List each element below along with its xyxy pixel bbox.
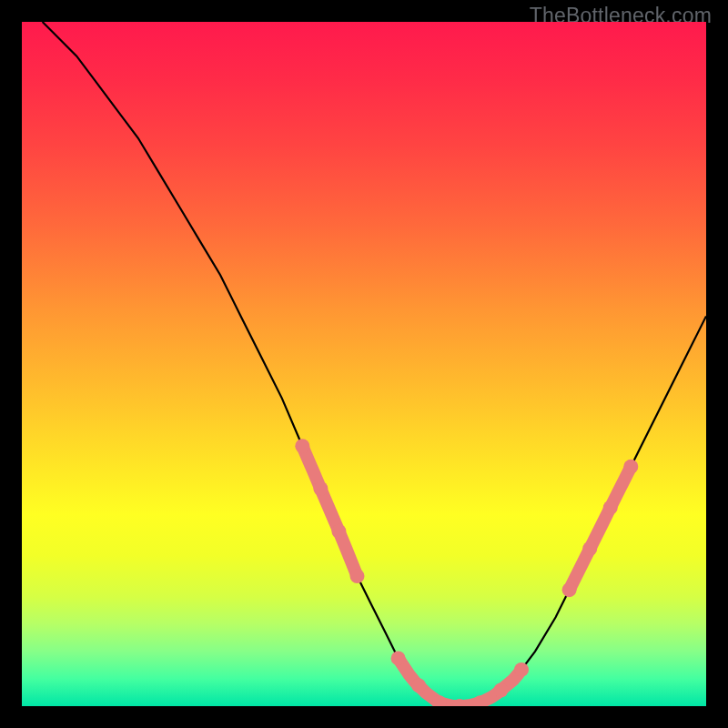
- highlight-dot: [331, 524, 346, 539]
- plot-area: [22, 22, 706, 706]
- highlight-dot: [514, 662, 529, 677]
- highlight-dot: [603, 500, 618, 515]
- highlight-seg-3: [570, 470, 630, 590]
- curve-svg: [22, 22, 706, 706]
- highlight-dot: [295, 439, 309, 453]
- highlight-dot: [623, 460, 638, 474]
- highlight-dot: [411, 678, 426, 693]
- highlight-dot: [313, 481, 328, 496]
- highlight-seg-1: [302, 446, 357, 576]
- chart-frame: TheBottleneck.com: [0, 0, 728, 728]
- main-curve-path: [43, 22, 706, 706]
- highlight-dot: [350, 569, 365, 583]
- highlight-dot: [493, 683, 508, 698]
- highlight-dot: [562, 582, 577, 597]
- highlight-dot: [582, 541, 597, 556]
- dot-group: [295, 439, 638, 706]
- highlight-dot: [391, 651, 406, 665]
